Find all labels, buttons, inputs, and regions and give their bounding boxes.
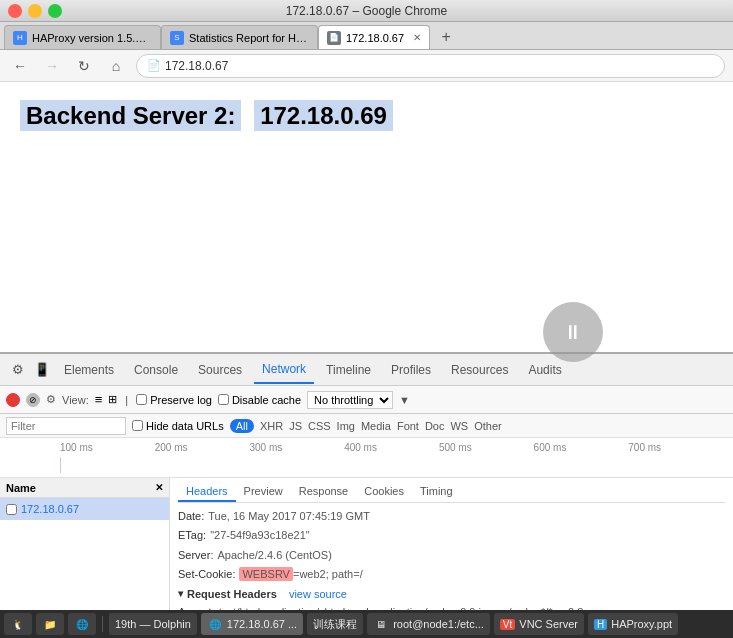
throttle-arrow: ▼	[399, 394, 410, 406]
filter-input[interactable]	[6, 417, 126, 435]
file-row-checkbox[interactable]	[6, 504, 17, 515]
backend-label: Backend Server 2:	[20, 100, 241, 131]
split-panel: Name ✕ 172.18.0.67 Headers Preview Respo…	[0, 478, 733, 620]
detail-tab-timing-label: Timing	[420, 485, 453, 497]
header-server-row: Server: Apache/2.4.6 (CentOS)	[178, 546, 725, 565]
close-button[interactable]	[8, 4, 22, 18]
filter-doc-btn[interactable]: Doc	[425, 420, 445, 432]
new-tab-button[interactable]: +	[434, 25, 458, 49]
header-server-val: Apache/2.4.6 (CentOS)	[217, 548, 331, 563]
header-etag-key: ETag:	[178, 528, 206, 543]
header-server-key: Server:	[178, 548, 213, 563]
clear-button[interactable]: ⊘	[26, 393, 40, 407]
request-headers-section[interactable]: ▾ Request Headers view source	[178, 585, 725, 603]
minimize-button[interactable]	[28, 4, 42, 18]
preserve-log-checkbox[interactable]	[136, 394, 147, 405]
detail-tab-cookies[interactable]: Cookies	[356, 482, 412, 502]
url-box[interactable]: 📄 172.18.0.67	[136, 54, 725, 78]
filter-font-btn[interactable]: Font	[397, 420, 419, 432]
devtools-tab-timeline[interactable]: Timeline	[318, 356, 379, 384]
devtools-tab-audits-label: Audits	[528, 363, 561, 377]
devtools-tab-resources-label: Resources	[451, 363, 508, 377]
timeline-200ms: 200 ms	[155, 442, 250, 453]
tab-label-ip: 172.18.0.67	[346, 32, 404, 44]
reload-button[interactable]: ↻	[72, 54, 96, 78]
devtools-tab-profiles-label: Profiles	[391, 363, 431, 377]
taskbar-penguin-icon: 🐧	[10, 616, 26, 632]
devtools-tab-profiles[interactable]: Profiles	[383, 356, 439, 384]
filter-other-btn[interactable]: Other	[474, 420, 502, 432]
devtools-toggle-button[interactable]: ⚙	[8, 360, 28, 380]
disable-cache-label[interactable]: Disable cache	[218, 394, 301, 406]
pause-overlay: ⏸	[543, 302, 603, 362]
cookie-highlight: WEBSRV	[239, 567, 292, 581]
devtools-tab-console[interactable]: Console	[126, 356, 186, 384]
devtools-panel: ⚙ 📱 Elements Console Sources Network Tim…	[0, 352, 733, 638]
hide-data-urls-label[interactable]: Hide data URLs	[132, 420, 224, 432]
taskbar-dolphin[interactable]: 19th — Dolphin	[109, 613, 197, 635]
taskbar-vnc-icon: Vt	[500, 619, 515, 630]
filter-xhr-btn[interactable]: XHR	[260, 420, 283, 432]
detail-tab-preview[interactable]: Preview	[236, 482, 291, 502]
filter-media-btn[interactable]: Media	[361, 420, 391, 432]
taskbar-terminal-label: root@node1:/etc...	[393, 618, 484, 630]
header-cookie-row: Set-Cookie: WEBSRV=web2; path=/	[178, 565, 725, 584]
file-row-ip[interactable]: 172.18.0.67	[0, 498, 169, 520]
tab-favicon-ip: 📄	[327, 31, 341, 45]
timeline-bar-area	[60, 457, 723, 473]
detail-tab-headers[interactable]: Headers	[178, 482, 236, 502]
home-button[interactable]: ⌂	[104, 54, 128, 78]
filter-img-btn[interactable]: Img	[337, 420, 355, 432]
devtools-mobile-button[interactable]: 📱	[32, 360, 52, 380]
pause-icon: ⏸	[563, 321, 583, 344]
back-button[interactable]: ←	[8, 54, 32, 78]
taskbar-chrome[interactable]: 🌐 172.18.0.67 ...	[201, 613, 303, 635]
timeline-600ms: 600 ms	[534, 442, 629, 453]
timeline-700ms: 700 ms	[628, 442, 723, 453]
devtools-tab-network[interactable]: Network	[254, 356, 314, 384]
devtools-tab-elements[interactable]: Elements	[56, 356, 122, 384]
view-source-link[interactable]: view source	[289, 588, 347, 600]
tab-haproxy[interactable]: H HAProxy version 1.5.19 ×	[4, 25, 161, 49]
throttle-select[interactable]: No throttling	[307, 391, 393, 409]
tab-favicon-stats: S	[170, 31, 184, 45]
taskbar-haproxy[interactable]: H HAProxy.ppt	[588, 613, 678, 635]
taskbar-separator-1	[102, 616, 103, 632]
timeline: 100 ms 200 ms 300 ms 400 ms 500 ms 600 m…	[0, 438, 733, 478]
forward-button[interactable]: →	[40, 54, 64, 78]
disable-cache-checkbox[interactable]	[218, 394, 229, 405]
record-button[interactable]	[6, 393, 20, 407]
hide-data-urls-checkbox[interactable]	[132, 420, 143, 431]
taskbar-penguin[interactable]: 🐧	[4, 613, 32, 635]
detail-tab-timing[interactable]: Timing	[412, 482, 461, 502]
taskbar-browser[interactable]: 🌐	[68, 613, 96, 635]
filter-js-btn[interactable]: JS	[289, 420, 302, 432]
filter-ws-btn[interactable]: WS	[450, 420, 468, 432]
name-column-header: Name	[6, 482, 36, 494]
preserve-log-label[interactable]: Preserve log	[136, 394, 212, 406]
view-list-icon[interactable]: ≡	[95, 392, 103, 407]
filter-css-btn[interactable]: CSS	[308, 420, 331, 432]
taskbar-vnc[interactable]: Vt VNC Server	[494, 613, 584, 635]
tab-close-ip[interactable]: ✕	[413, 32, 421, 43]
maximize-button[interactable]	[48, 4, 62, 18]
backend-ip: 172.18.0.69	[254, 100, 393, 131]
preserve-log-text: Preserve log	[150, 394, 212, 406]
filter-all-btn[interactable]: All	[230, 419, 254, 433]
devtools-tab-resources[interactable]: Resources	[443, 356, 516, 384]
view-large-icon[interactable]: ⊞	[108, 393, 117, 406]
close-file-list-btn[interactable]: ✕	[155, 482, 163, 493]
taskbar-files-icon: 📁	[42, 616, 58, 632]
detail-tab-preview-label: Preview	[244, 485, 283, 497]
taskbar-training[interactable]: 训练课程	[307, 613, 363, 635]
request-headers-label: Request Headers	[187, 588, 277, 600]
taskbar-files[interactable]: 📁	[36, 613, 64, 635]
detail-tab-response[interactable]: Response	[291, 482, 357, 502]
detail-tab-cookies-label: Cookies	[364, 485, 404, 497]
taskbar-terminal[interactable]: 🖥 root@node1:/etc...	[367, 613, 490, 635]
file-list: Name ✕ 172.18.0.67	[0, 478, 170, 620]
tab-stats[interactable]: S Statistics Report for HA×	[161, 25, 318, 49]
tab-ip[interactable]: 📄 172.18.0.67 ✕	[318, 25, 430, 49]
header-cookie-val: WEBSRV=web2; path=/	[239, 567, 362, 582]
devtools-tab-sources[interactable]: Sources	[190, 356, 250, 384]
